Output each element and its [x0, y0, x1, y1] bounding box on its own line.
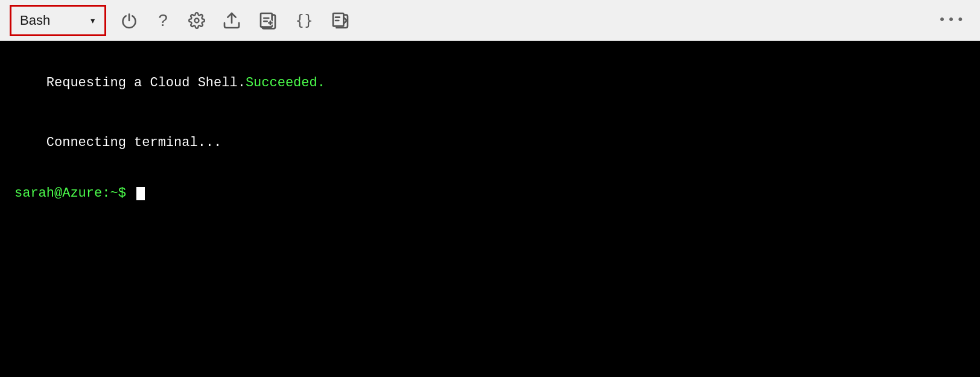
open-editor-icon[interactable] — [328, 10, 352, 31]
more-dots-label: ••• — [938, 13, 966, 28]
svg-point-0 — [195, 18, 199, 22]
terminal-area[interactable]: Requesting a Cloud Shell.Succeeded. Conn… — [0, 41, 980, 377]
settings-icon[interactable] — [186, 10, 208, 31]
toolbar: Bash ▾ ? — [0, 0, 980, 41]
json-icon[interactable]: {} — [292, 10, 316, 31]
shell-selector-label: Bash — [20, 13, 50, 28]
new-session-icon[interactable] — [256, 10, 280, 31]
prompt-user: sarah@Azure:~$ — [14, 183, 126, 203]
terminal-prompt-line[interactable]: sarah@Azure:~$ — [14, 183, 966, 203]
chevron-down-icon: ▾ — [89, 14, 96, 27]
upload-icon[interactable] — [220, 10, 244, 31]
terminal-line-1: Requesting a Cloud Shell.Succeeded. — [14, 53, 966, 113]
help-icon[interactable]: ? — [152, 10, 174, 31]
terminal-line-2: Connecting terminal... — [14, 113, 966, 173]
help-label: ? — [158, 11, 168, 30]
prompt-space — [126, 183, 134, 203]
more-options-icon[interactable]: ••• — [938, 13, 966, 28]
requesting-text: Requesting a Cloud Shell. — [46, 75, 246, 90]
cursor-block — [136, 187, 145, 200]
shell-selector-dropdown[interactable]: Bash ▾ — [10, 5, 106, 36]
json-label: {} — [296, 12, 313, 29]
succeeded-text: Succeeded. — [246, 75, 325, 90]
power-icon[interactable] — [118, 10, 140, 31]
connecting-text: Connecting terminal... — [46, 135, 221, 150]
